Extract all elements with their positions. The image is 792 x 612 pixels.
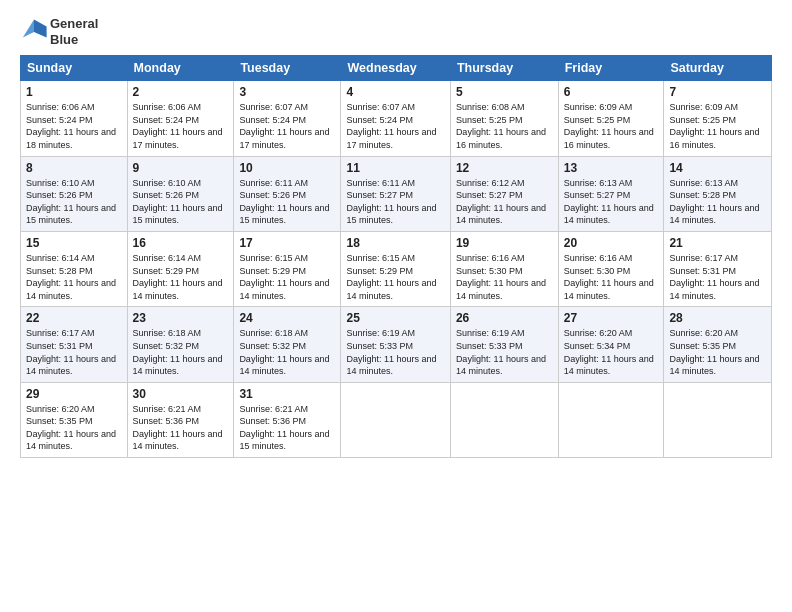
calendar-cell: 10 Sunrise: 6:11 AMSunset: 5:26 PMDaylig… — [234, 156, 341, 231]
day-info: Sunrise: 6:15 AMSunset: 5:29 PMDaylight:… — [239, 253, 329, 301]
calendar-week-row: 1 Sunrise: 6:06 AMSunset: 5:24 PMDayligh… — [21, 81, 772, 156]
day-info: Sunrise: 6:11 AMSunset: 5:27 PMDaylight:… — [346, 178, 436, 226]
calendar-cell: 2 Sunrise: 6:06 AMSunset: 5:24 PMDayligh… — [127, 81, 234, 156]
day-info: Sunrise: 6:14 AMSunset: 5:28 PMDaylight:… — [26, 253, 116, 301]
calendar-cell: 22 Sunrise: 6:17 AMSunset: 5:31 PMDaylig… — [21, 307, 128, 382]
day-info: Sunrise: 6:19 AMSunset: 5:33 PMDaylight:… — [346, 328, 436, 376]
day-number: 3 — [239, 85, 335, 99]
calendar-cell: 25 Sunrise: 6:19 AMSunset: 5:33 PMDaylig… — [341, 307, 450, 382]
day-info: Sunrise: 6:18 AMSunset: 5:32 PMDaylight:… — [239, 328, 329, 376]
svg-marker-1 — [23, 19, 34, 37]
calendar-cell: 23 Sunrise: 6:18 AMSunset: 5:32 PMDaylig… — [127, 307, 234, 382]
day-number: 30 — [133, 387, 229, 401]
day-info: Sunrise: 6:21 AMSunset: 5:36 PMDaylight:… — [239, 404, 329, 452]
header: General Blue — [20, 16, 772, 47]
day-info: Sunrise: 6:20 AMSunset: 5:34 PMDaylight:… — [564, 328, 654, 376]
day-info: Sunrise: 6:18 AMSunset: 5:32 PMDaylight:… — [133, 328, 223, 376]
day-info: Sunrise: 6:06 AMSunset: 5:24 PMDaylight:… — [133, 102, 223, 150]
calendar-week-row: 29 Sunrise: 6:20 AMSunset: 5:35 PMDaylig… — [21, 382, 772, 457]
day-number: 22 — [26, 311, 122, 325]
calendar-cell: 31 Sunrise: 6:21 AMSunset: 5:36 PMDaylig… — [234, 382, 341, 457]
calendar-week-row: 15 Sunrise: 6:14 AMSunset: 5:28 PMDaylig… — [21, 231, 772, 306]
calendar-cell: 17 Sunrise: 6:15 AMSunset: 5:29 PMDaylig… — [234, 231, 341, 306]
calendar-cell: 5 Sunrise: 6:08 AMSunset: 5:25 PMDayligh… — [450, 81, 558, 156]
day-number: 7 — [669, 85, 766, 99]
calendar-table: SundayMondayTuesdayWednesdayThursdayFrid… — [20, 55, 772, 458]
column-header-tuesday: Tuesday — [234, 56, 341, 81]
day-info: Sunrise: 6:11 AMSunset: 5:26 PMDaylight:… — [239, 178, 329, 226]
day-number: 10 — [239, 161, 335, 175]
day-number: 13 — [564, 161, 659, 175]
day-number: 17 — [239, 236, 335, 250]
calendar-cell: 26 Sunrise: 6:19 AMSunset: 5:33 PMDaylig… — [450, 307, 558, 382]
calendar-cell: 18 Sunrise: 6:15 AMSunset: 5:29 PMDaylig… — [341, 231, 450, 306]
calendar-cell — [450, 382, 558, 457]
calendar-cell: 30 Sunrise: 6:21 AMSunset: 5:36 PMDaylig… — [127, 382, 234, 457]
calendar-cell: 11 Sunrise: 6:11 AMSunset: 5:27 PMDaylig… — [341, 156, 450, 231]
day-number: 14 — [669, 161, 766, 175]
day-number: 31 — [239, 387, 335, 401]
calendar-cell: 24 Sunrise: 6:18 AMSunset: 5:32 PMDaylig… — [234, 307, 341, 382]
day-number: 2 — [133, 85, 229, 99]
logo-icon — [20, 18, 48, 46]
calendar-cell: 21 Sunrise: 6:17 AMSunset: 5:31 PMDaylig… — [664, 231, 772, 306]
day-number: 15 — [26, 236, 122, 250]
day-info: Sunrise: 6:20 AMSunset: 5:35 PMDaylight:… — [26, 404, 116, 452]
calendar-cell: 28 Sunrise: 6:20 AMSunset: 5:35 PMDaylig… — [664, 307, 772, 382]
day-info: Sunrise: 6:14 AMSunset: 5:29 PMDaylight:… — [133, 253, 223, 301]
calendar-cell: 19 Sunrise: 6:16 AMSunset: 5:30 PMDaylig… — [450, 231, 558, 306]
day-number: 21 — [669, 236, 766, 250]
day-info: Sunrise: 6:12 AMSunset: 5:27 PMDaylight:… — [456, 178, 546, 226]
column-header-friday: Friday — [558, 56, 664, 81]
column-header-saturday: Saturday — [664, 56, 772, 81]
day-number: 19 — [456, 236, 553, 250]
day-info: Sunrise: 6:16 AMSunset: 5:30 PMDaylight:… — [456, 253, 546, 301]
calendar-cell: 6 Sunrise: 6:09 AMSunset: 5:25 PMDayligh… — [558, 81, 664, 156]
day-number: 11 — [346, 161, 444, 175]
day-number: 12 — [456, 161, 553, 175]
day-info: Sunrise: 6:17 AMSunset: 5:31 PMDaylight:… — [669, 253, 759, 301]
column-header-wednesday: Wednesday — [341, 56, 450, 81]
calendar-cell: 4 Sunrise: 6:07 AMSunset: 5:24 PMDayligh… — [341, 81, 450, 156]
day-info: Sunrise: 6:21 AMSunset: 5:36 PMDaylight:… — [133, 404, 223, 452]
calendar-cell: 7 Sunrise: 6:09 AMSunset: 5:25 PMDayligh… — [664, 81, 772, 156]
calendar-cell: 8 Sunrise: 6:10 AMSunset: 5:26 PMDayligh… — [21, 156, 128, 231]
day-number: 23 — [133, 311, 229, 325]
calendar-cell: 13 Sunrise: 6:13 AMSunset: 5:27 PMDaylig… — [558, 156, 664, 231]
day-number: 28 — [669, 311, 766, 325]
calendar-cell: 20 Sunrise: 6:16 AMSunset: 5:30 PMDaylig… — [558, 231, 664, 306]
day-info: Sunrise: 6:06 AMSunset: 5:24 PMDaylight:… — [26, 102, 116, 150]
day-number: 20 — [564, 236, 659, 250]
calendar-cell — [341, 382, 450, 457]
calendar-cell: 27 Sunrise: 6:20 AMSunset: 5:34 PMDaylig… — [558, 307, 664, 382]
calendar-week-row: 8 Sunrise: 6:10 AMSunset: 5:26 PMDayligh… — [21, 156, 772, 231]
day-info: Sunrise: 6:07 AMSunset: 5:24 PMDaylight:… — [239, 102, 329, 150]
day-number: 29 — [26, 387, 122, 401]
day-number: 26 — [456, 311, 553, 325]
day-number: 16 — [133, 236, 229, 250]
day-info: Sunrise: 6:09 AMSunset: 5:25 PMDaylight:… — [669, 102, 759, 150]
calendar-week-row: 22 Sunrise: 6:17 AMSunset: 5:31 PMDaylig… — [21, 307, 772, 382]
calendar-header-row: SundayMondayTuesdayWednesdayThursdayFrid… — [21, 56, 772, 81]
day-number: 6 — [564, 85, 659, 99]
calendar-cell: 15 Sunrise: 6:14 AMSunset: 5:28 PMDaylig… — [21, 231, 128, 306]
logo: General Blue — [20, 16, 98, 47]
calendar-cell: 14 Sunrise: 6:13 AMSunset: 5:28 PMDaylig… — [664, 156, 772, 231]
calendar-cell: 12 Sunrise: 6:12 AMSunset: 5:27 PMDaylig… — [450, 156, 558, 231]
day-number: 25 — [346, 311, 444, 325]
calendar-cell: 9 Sunrise: 6:10 AMSunset: 5:26 PMDayligh… — [127, 156, 234, 231]
day-info: Sunrise: 6:17 AMSunset: 5:31 PMDaylight:… — [26, 328, 116, 376]
day-info: Sunrise: 6:09 AMSunset: 5:25 PMDaylight:… — [564, 102, 654, 150]
column-header-monday: Monday — [127, 56, 234, 81]
day-number: 4 — [346, 85, 444, 99]
day-info: Sunrise: 6:13 AMSunset: 5:27 PMDaylight:… — [564, 178, 654, 226]
day-number: 18 — [346, 236, 444, 250]
logo-text: General Blue — [50, 16, 98, 47]
page: General Blue SundayMondayTuesdayWednesda… — [0, 0, 792, 612]
day-info: Sunrise: 6:16 AMSunset: 5:30 PMDaylight:… — [564, 253, 654, 301]
day-info: Sunrise: 6:08 AMSunset: 5:25 PMDaylight:… — [456, 102, 546, 150]
day-info: Sunrise: 6:19 AMSunset: 5:33 PMDaylight:… — [456, 328, 546, 376]
day-number: 1 — [26, 85, 122, 99]
svg-marker-0 — [34, 19, 47, 37]
day-info: Sunrise: 6:13 AMSunset: 5:28 PMDaylight:… — [669, 178, 759, 226]
